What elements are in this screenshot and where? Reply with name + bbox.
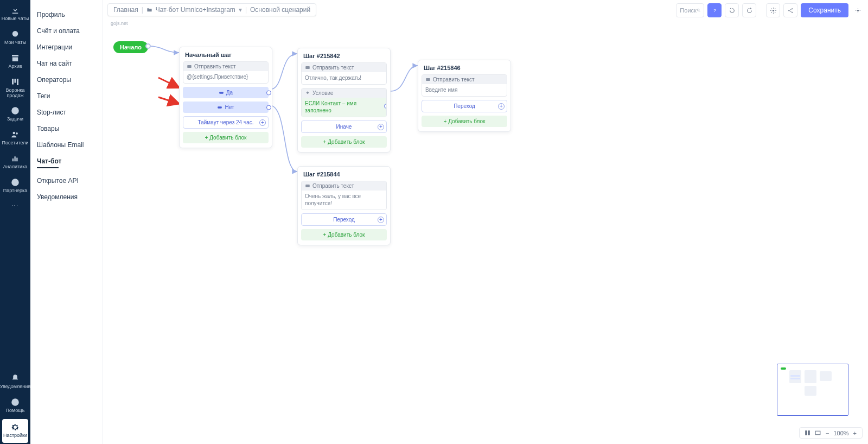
button-icon xyxy=(219,90,224,96)
layout-icon[interactable] xyxy=(804,429,811,436)
start-port[interactable] xyxy=(145,43,151,49)
rail-my-chats[interactable]: Мои чаты xyxy=(0,26,30,50)
breadcrumb: Главная | Чат-бот Umnico+Instagram▾ | Ос… xyxy=(107,3,316,16)
svg-point-8 xyxy=(773,9,774,11)
option-no[interactable]: Нет xyxy=(183,102,269,113)
rail-archive[interactable]: Архив xyxy=(0,50,30,74)
bell-icon xyxy=(10,373,20,383)
subnav-profile[interactable]: Профиль xyxy=(37,7,103,23)
svg-rect-16 xyxy=(305,66,310,69)
svg-rect-13 xyxy=(187,65,192,68)
fit-icon[interactable] xyxy=(814,429,821,436)
subnav-tags[interactable]: Теги xyxy=(37,88,103,104)
block-condition[interactable]: Условие ЕСЛИ Контакт – имя заполнено xyxy=(301,88,387,117)
redo-button[interactable] xyxy=(742,3,756,17)
transition-chip[interactable]: Переход+ xyxy=(422,100,507,112)
help-button[interactable]: ? xyxy=(707,3,722,17)
dollar-circle-icon xyxy=(10,177,20,187)
node-title: Шаг #215842 xyxy=(301,52,387,62)
undo-icon xyxy=(729,7,736,14)
crumb-folder[interactable]: Чат-бот Umnico+Instagram xyxy=(156,6,235,14)
subnav-api[interactable]: Открытое API xyxy=(37,173,103,189)
rail-tasks[interactable]: Задачи xyxy=(0,103,30,126)
svg-point-0 xyxy=(12,31,18,37)
subnav-integrations[interactable]: Интеграции xyxy=(37,39,103,55)
watermark: gojs.net xyxy=(111,21,128,26)
share-button[interactable] xyxy=(783,3,797,17)
gear-icon xyxy=(770,7,777,14)
rail-affiliate[interactable]: Партнерка xyxy=(0,174,30,198)
subnav-widget[interactable]: Чат на сайт xyxy=(37,55,103,72)
subnav-notifications[interactable]: Уведомления xyxy=(37,189,103,205)
gear-small-icon xyxy=(854,7,861,14)
zoom-out[interactable]: − xyxy=(825,430,830,436)
timeout-chip[interactable]: Таймаут через 24 час.+ xyxy=(183,116,269,129)
canvas[interactable]: Главная | Чат-бот Umnico+Instagram▾ | Ос… xyxy=(103,0,868,444)
node-step-215842[interactable]: Шаг #215842 Отправить текст Отлично, так… xyxy=(297,48,391,153)
question-icon: ? xyxy=(711,7,718,14)
node-initial-step[interactable]: Начальный шаг Отправить текст @{settings… xyxy=(179,47,272,148)
search-input[interactable]: Поиск xyxy=(676,3,704,17)
rail-analytics[interactable]: Аналитика xyxy=(0,150,30,174)
subnav-goods[interactable]: Товары xyxy=(37,120,103,137)
svg-point-3 xyxy=(16,132,18,135)
rail-funnel[interactable]: Воронка продаж xyxy=(0,74,30,103)
zoom-in[interactable]: + xyxy=(852,430,858,436)
rail-notifications[interactable]: Уведомления xyxy=(0,370,30,394)
rail-more[interactable]: ··· xyxy=(11,198,19,212)
undo-button[interactable] xyxy=(725,3,739,17)
message-icon xyxy=(305,183,310,189)
subnav-billing[interactable]: Счёт и оплата xyxy=(37,23,103,39)
svg-rect-20 xyxy=(808,430,810,435)
subnav-chatbot[interactable]: Чат-бот xyxy=(37,153,103,173)
icon-rail: Новые чаты Мои чаты Архив Воронка продаж… xyxy=(0,0,30,444)
rail-settings[interactable]: Настройки xyxy=(2,419,28,443)
else-chip[interactable]: Иначе+ xyxy=(301,120,387,133)
subnav-email-templates[interactable]: Шаблоны Email xyxy=(37,137,103,153)
subnav-stoplist[interactable]: Stop-лист xyxy=(37,104,103,120)
option-yes[interactable]: Да xyxy=(183,87,269,98)
block-send-text[interactable]: Отправить текст Введите имя xyxy=(422,74,507,97)
search-icon xyxy=(697,7,701,14)
svg-point-1 xyxy=(11,107,19,115)
settings-button[interactable] xyxy=(766,3,780,17)
condition-icon xyxy=(305,91,310,96)
svg-point-6 xyxy=(697,9,699,11)
extra-settings-button[interactable] xyxy=(852,3,864,17)
svg-point-9 xyxy=(788,10,789,11)
toolbar: Поиск ? Сохранить xyxy=(676,3,864,17)
node-step-215844[interactable]: Шаг #215844 Отправить текст Очень жаль, … xyxy=(297,166,391,245)
node-title: Шаг #215844 xyxy=(301,170,387,181)
gear-icon xyxy=(10,422,20,432)
crumb-root[interactable]: Главная xyxy=(113,6,138,14)
svg-rect-21 xyxy=(815,431,820,435)
svg-point-10 xyxy=(792,8,793,9)
question-circle-icon xyxy=(10,397,20,407)
rail-new-chats[interactable]: Новые чаты xyxy=(0,2,30,26)
add-block-button[interactable]: + Добавить блок xyxy=(301,136,387,148)
rail-visitors[interactable]: Посетители xyxy=(0,126,30,150)
start-node[interactable]: Начало xyxy=(113,41,148,53)
block-send-text[interactable]: Отправить текст Отлично, так держать! xyxy=(301,62,387,85)
svg-point-5 xyxy=(11,398,19,406)
add-block-button[interactable]: + Добавить блок xyxy=(301,229,387,240)
svg-rect-19 xyxy=(805,430,807,435)
subnav-operators[interactable]: Операторы xyxy=(37,72,103,88)
transition-chip[interactable]: Переход+ xyxy=(301,213,387,226)
minimap[interactable] xyxy=(777,364,848,416)
block-send-text[interactable]: Отправить текст @{settings.Приветствие} xyxy=(183,61,269,84)
people-icon xyxy=(10,130,20,139)
bar-chart-icon xyxy=(10,154,20,163)
node-step-215846[interactable]: Шаг #215846 Отправить текст Введите имя … xyxy=(418,60,511,132)
kanban-icon xyxy=(10,77,20,87)
zoom-value: 100% xyxy=(833,430,848,436)
add-block-button[interactable]: + Добавить блок xyxy=(422,116,507,127)
block-send-text[interactable]: Отправить текст Очень жаль, у вас все по… xyxy=(301,181,387,210)
rail-help[interactable]: Помощь xyxy=(0,394,30,418)
message-icon xyxy=(187,64,192,69)
save-button[interactable]: Сохранить xyxy=(801,3,848,17)
share-icon xyxy=(787,7,794,14)
folder-icon xyxy=(146,7,152,13)
crumb-scenario[interactable]: Основной сценарий xyxy=(250,6,310,14)
add-block-button[interactable]: + Добавить блок xyxy=(183,132,269,143)
